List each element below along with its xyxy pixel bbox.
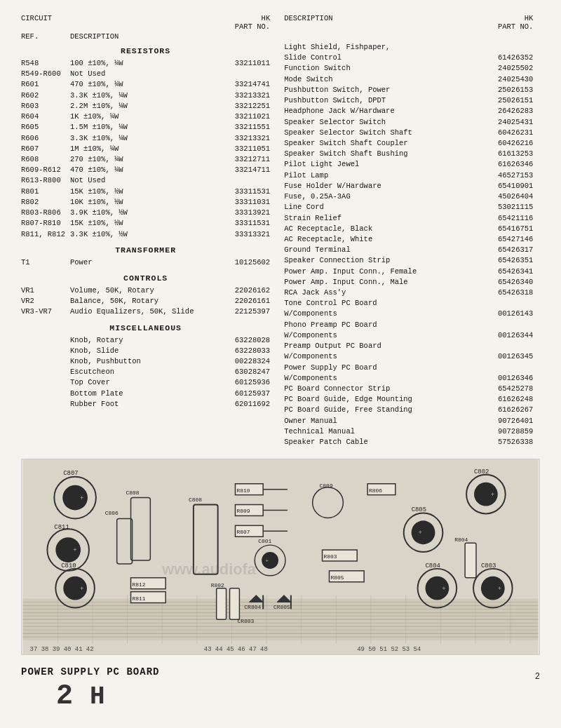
part-desc: Power Amp. Input Conn., Female bbox=[284, 267, 477, 277]
svg-text:+: + bbox=[442, 586, 445, 593]
svg-text:R810: R810 bbox=[236, 487, 250, 494]
part-num: 61426352 bbox=[477, 53, 533, 63]
list-item: W/Components00126143 bbox=[284, 309, 533, 319]
svg-text:C805: C805 bbox=[412, 507, 426, 514]
part-ref: R801 bbox=[21, 187, 70, 197]
part-desc: Balance, 50K, Rotary bbox=[70, 296, 214, 306]
svg-text:C808: C808 bbox=[126, 490, 140, 496]
list-item: W/Components00126346 bbox=[284, 373, 533, 384]
part-ref: R608 bbox=[21, 154, 70, 165]
list-item: R548100 ±10%, ¼W33211011 bbox=[21, 58, 270, 69]
part-num: 60125936 bbox=[214, 377, 270, 388]
part-desc: Escutcheon bbox=[70, 367, 214, 377]
list-item: RCA Jack Ass'y65426318 bbox=[284, 288, 533, 298]
part-ref bbox=[21, 335, 70, 346]
part-desc: 100 ±10%, ¼W bbox=[70, 58, 214, 69]
part-desc: Knob, Pushbutton bbox=[70, 356, 214, 367]
part-num: 24025430 bbox=[477, 74, 533, 85]
part-ref: R603 bbox=[21, 101, 70, 112]
part-ref: R604 bbox=[21, 112, 70, 122]
part-desc: PC Board Connector Strip bbox=[284, 384, 477, 394]
part-ref: R605 bbox=[21, 122, 70, 133]
list-item: AC Receptacle, White65427146 bbox=[284, 234, 533, 245]
part-desc: Pilot Lamp bbox=[284, 170, 477, 181]
list-item: Knob, Slide63228033 bbox=[21, 346, 270, 356]
description-header-right: DESCRIPTION bbox=[284, 14, 498, 31]
list-item: PC Board Guide, Free Standing61626267 bbox=[284, 405, 533, 415]
svg-rect-78 bbox=[465, 543, 476, 578]
part-no-label-left: PART NO. bbox=[235, 22, 270, 31]
part-ref: R803-R806 bbox=[21, 208, 70, 218]
part-num: 65426341 bbox=[477, 267, 533, 277]
part-ref: VR1 bbox=[21, 285, 70, 296]
part-num: 46527153 bbox=[477, 170, 533, 181]
svg-rect-90 bbox=[230, 588, 240, 620]
list-item: R6071M ±10%, ¼W33211051 bbox=[21, 144, 270, 154]
part-desc: 1.5M ±10%, ¼W bbox=[70, 122, 214, 133]
svg-text:+: + bbox=[80, 495, 83, 502]
list-item: R80115K ±10%, ½W33311531 bbox=[21, 187, 270, 197]
part-desc: 1M ±10%, ¼W bbox=[70, 144, 214, 154]
part-desc: Power Amp. Input Conn., Male bbox=[284, 277, 477, 288]
part-no-sub-label bbox=[214, 32, 270, 41]
list-item: Speaker Switch Shaft Coupler60426216 bbox=[284, 138, 533, 149]
part-desc: W/Components bbox=[284, 330, 477, 341]
svg-text:R812: R812 bbox=[133, 581, 146, 588]
part-desc: 470 ±10%, ¼W bbox=[70, 79, 214, 90]
part-num: 33311531 bbox=[214, 187, 270, 197]
part-num: 25026153 bbox=[477, 85, 533, 95]
svg-rect-88 bbox=[217, 588, 227, 620]
svg-text:CR805: CR805 bbox=[273, 605, 290, 611]
list-item: R601470 ±10%, ¼W33214741 bbox=[21, 79, 270, 90]
part-desc: Phono Preamp PC Board bbox=[284, 320, 477, 330]
part-num: 62011692 bbox=[214, 399, 270, 410]
list-item: R6032.2M ±10%, ¼W33212251 bbox=[21, 101, 270, 112]
list-item: VR1Volume, 50K, Rotary22026162 bbox=[21, 285, 270, 296]
list-item: VR2Balance, 50K, Rotary22026161 bbox=[21, 296, 270, 306]
part-desc: 15K ±10%, ½W bbox=[70, 218, 214, 229]
part-desc: AC Receptacle, Black bbox=[284, 224, 477, 234]
svg-text:C802: C802 bbox=[474, 469, 489, 476]
list-item: Knob, Pushbutton00228324 bbox=[21, 356, 270, 367]
part-desc: Tone Control PC Board bbox=[284, 298, 477, 309]
circuit-ref-header: CIRCUIT bbox=[21, 14, 70, 31]
part-ref: VR3-VR7 bbox=[21, 306, 70, 317]
part-desc: Speaker Patch Cable bbox=[284, 437, 477, 447]
svg-text:+: + bbox=[265, 558, 269, 564]
part-desc: Top Cover bbox=[70, 377, 214, 388]
svg-text:37  38  39  40  41  42: 37 38 39 40 41 42 bbox=[30, 646, 94, 653]
part-num bbox=[477, 42, 533, 53]
part-num: 60426231 bbox=[477, 128, 533, 138]
part-num: 26426283 bbox=[477, 106, 533, 116]
part-desc: Pushbutton Switch, DPDT bbox=[284, 95, 477, 106]
part-ref bbox=[21, 346, 70, 356]
part-num: 65416751 bbox=[477, 224, 533, 234]
part-num: 25026151 bbox=[477, 95, 533, 106]
list-item: Mode Switch24025430 bbox=[284, 74, 533, 85]
controls-title: CONTROLS bbox=[21, 274, 270, 283]
part-desc: Volume, 50K, Rotary bbox=[70, 285, 214, 296]
list-item: T1Power10125602 bbox=[21, 257, 270, 268]
part-ref: T1 bbox=[21, 257, 70, 268]
part-desc: Speaker Switch Shaft Coupler bbox=[284, 138, 477, 149]
svg-text:R804: R804 bbox=[454, 537, 468, 543]
list-item: Function Switch24025502 bbox=[284, 63, 533, 74]
part-num bbox=[477, 363, 533, 373]
part-desc: RCA Jack Ass'y bbox=[284, 288, 477, 298]
list-item: W/Components00126345 bbox=[284, 351, 533, 362]
part-ref bbox=[21, 389, 70, 399]
diagram-number: 2 H bbox=[56, 680, 159, 712]
part-desc: Speaker Connection Strip bbox=[284, 255, 477, 266]
part-num: 45026404 bbox=[477, 191, 533, 202]
part-desc: 10K ±10%, ½W bbox=[70, 197, 214, 208]
page-number: 2 bbox=[535, 672, 540, 682]
part-num: 00126345 bbox=[477, 351, 533, 362]
part-num bbox=[477, 320, 533, 330]
list-item: Knob, Rotary63228028 bbox=[21, 335, 270, 346]
list-item: Preamp Output PC Board bbox=[284, 341, 533, 351]
part-num: 33313921 bbox=[214, 208, 270, 218]
part-ref: R607 bbox=[21, 144, 70, 154]
part-num: 65421116 bbox=[477, 213, 533, 224]
list-item: Speaker Patch Cable57526338 bbox=[284, 437, 533, 447]
part-num: 22125397 bbox=[214, 306, 270, 317]
